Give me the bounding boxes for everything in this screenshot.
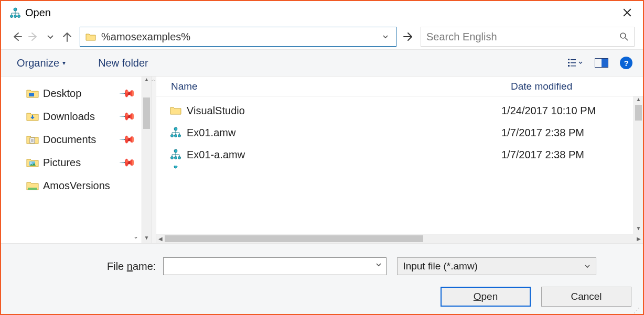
svg-rect-12 xyxy=(602,59,608,67)
scroll-down-icon[interactable]: ▼ xyxy=(634,225,643,234)
amw-file-icon xyxy=(168,166,184,175)
list-item[interactable]: VisualStudio 1/24/2017 10:10 PM xyxy=(156,100,634,122)
folder-icon xyxy=(26,111,39,122)
new-folder-button[interactable]: New folder xyxy=(98,57,148,69)
folder-icon xyxy=(26,88,39,99)
organize-menu[interactable]: Organize ▾ xyxy=(17,57,66,69)
file-date: 1/7/2017 2:38 PM xyxy=(501,127,634,139)
tree-item-desktop[interactable]: Desktop 📌 xyxy=(1,82,142,105)
folder-icon xyxy=(85,32,96,41)
file-name: Ex01-a.amw xyxy=(184,149,501,161)
tree-item-label: Downloads xyxy=(43,111,95,123)
list-scrollbar-v[interactable]: ▲ ▼ xyxy=(634,96,643,234)
pin-icon: 📌 xyxy=(119,84,137,103)
svg-rect-5 xyxy=(568,59,570,60)
scroll-up-icon[interactable]: ▲ xyxy=(142,77,151,85)
scroll-thumb[interactable] xyxy=(143,97,150,129)
go-button[interactable] xyxy=(399,27,417,47)
scroll-thumb[interactable] xyxy=(635,105,642,121)
forward-button[interactable] xyxy=(25,28,42,45)
address-bar[interactable]: %amosexamples% xyxy=(80,27,396,47)
scroll-left-icon[interactable]: ◀ xyxy=(156,236,165,242)
list-item[interactable]: Ex01-a.amw 1/7/2017 2:38 PM xyxy=(156,144,634,166)
svg-point-19 xyxy=(171,135,174,137)
list-item[interactable]: Ex01.amw 1/7/2017 2:38 PM xyxy=(156,122,634,144)
chevron-down-icon[interactable] xyxy=(375,262,382,268)
search-box[interactable]: Search English xyxy=(421,27,635,47)
svg-point-0 xyxy=(14,8,17,11)
back-button[interactable] xyxy=(8,28,25,45)
file-date: 1/24/2017 10:10 PM xyxy=(501,105,634,117)
tree-item-downloads[interactable]: Downloads 📌 xyxy=(1,105,142,128)
tree-item-label: Desktop xyxy=(43,88,81,100)
scroll-down-icon[interactable]: ▼ xyxy=(142,235,151,243)
folder-icon xyxy=(168,106,184,115)
svg-rect-17 xyxy=(28,188,37,190)
file-list[interactable]: VisualStudio 1/24/2017 10:10 PM Ex01.amw… xyxy=(156,96,634,234)
scroll-track[interactable] xyxy=(165,234,635,243)
svg-point-3 xyxy=(18,15,20,18)
cancel-button[interactable]: Cancel xyxy=(541,287,631,307)
svg-rect-8 xyxy=(571,62,576,63)
search-placeholder: Search English xyxy=(426,31,619,43)
amw-file-icon xyxy=(168,149,184,160)
address-dropdown-icon[interactable] xyxy=(382,34,394,40)
column-name[interactable]: Name xyxy=(171,81,511,92)
filename-label: File name: xyxy=(107,260,156,273)
svg-rect-13 xyxy=(29,93,34,96)
pin-icon: 📌 xyxy=(119,131,137,149)
open-button[interactable]: Open xyxy=(441,287,531,307)
nav-tree[interactable]: Desktop 📌 Downloads 📌 Documents 📌 xyxy=(1,77,142,243)
list-item-partial[interactable] xyxy=(156,166,634,175)
svg-point-20 xyxy=(175,135,177,137)
file-name: VisualStudio xyxy=(184,105,501,117)
open-dialog: Open %amosexamples% xyxy=(0,0,644,315)
folder-icon xyxy=(26,180,39,191)
nav-bar: %amosexamples% Search English xyxy=(1,24,643,49)
svg-point-1 xyxy=(10,15,13,18)
svg-rect-7 xyxy=(568,62,570,63)
svg-rect-10 xyxy=(571,66,576,67)
chevron-down-icon[interactable]: ⌄ xyxy=(133,233,138,240)
cancel-label: Cancel xyxy=(571,291,602,302)
tree-item-label: AmosVersions xyxy=(43,180,110,192)
tree-scrollbar[interactable]: ▲ ▼ xyxy=(142,77,151,243)
svg-point-25 xyxy=(178,157,181,159)
tree-item-documents[interactable]: Documents 📌 xyxy=(1,128,142,151)
up-button[interactable] xyxy=(59,28,76,45)
resize-grip[interactable]: ⋰ xyxy=(634,309,641,312)
organize-label: Organize xyxy=(17,57,59,69)
chevron-up-icon: ︿ xyxy=(151,76,156,83)
filename-input[interactable] xyxy=(163,257,387,275)
scroll-up-icon[interactable]: ▲ xyxy=(634,96,643,105)
window-title: Open xyxy=(25,7,51,19)
amw-file-icon xyxy=(168,127,184,138)
open-label: Open xyxy=(474,291,498,302)
scroll-thumb[interactable] xyxy=(165,235,423,242)
view-options-button[interactable] xyxy=(567,58,583,68)
preview-pane-button[interactable] xyxy=(595,58,608,68)
footer-area: File name: Input file (*.amw) Open Cance… xyxy=(1,243,643,314)
svg-point-18 xyxy=(174,127,177,131)
svg-point-4 xyxy=(620,33,626,38)
list-scrollbar-h[interactable]: ◀ ▶ xyxy=(156,234,643,243)
svg-rect-9 xyxy=(568,65,570,67)
chevron-down-icon: ▾ xyxy=(62,59,66,67)
column-date[interactable]: Date modified xyxy=(511,81,643,92)
file-name: Ex01.amw xyxy=(184,127,501,139)
filetype-select[interactable]: Input file (*.amw) xyxy=(397,257,596,275)
chevron-down-icon xyxy=(584,263,591,269)
tree-item-pictures[interactable]: Pictures 📌 xyxy=(1,151,142,174)
recent-locations-button[interactable] xyxy=(42,28,59,45)
svg-point-21 xyxy=(178,135,181,137)
close-button[interactable] xyxy=(617,2,638,23)
svg-point-24 xyxy=(175,157,177,159)
address-text: %amosexamples% xyxy=(101,31,382,43)
search-icon xyxy=(619,32,629,41)
title-bar: Open xyxy=(1,1,643,24)
help-button[interactable]: ? xyxy=(620,57,632,69)
pin-icon: 📌 xyxy=(119,154,137,172)
scroll-right-icon[interactable]: ▶ xyxy=(635,236,643,242)
pane-splitter[interactable]: ︿ xyxy=(151,77,156,243)
tree-item-amosversions[interactable]: AmosVersions xyxy=(1,174,142,197)
